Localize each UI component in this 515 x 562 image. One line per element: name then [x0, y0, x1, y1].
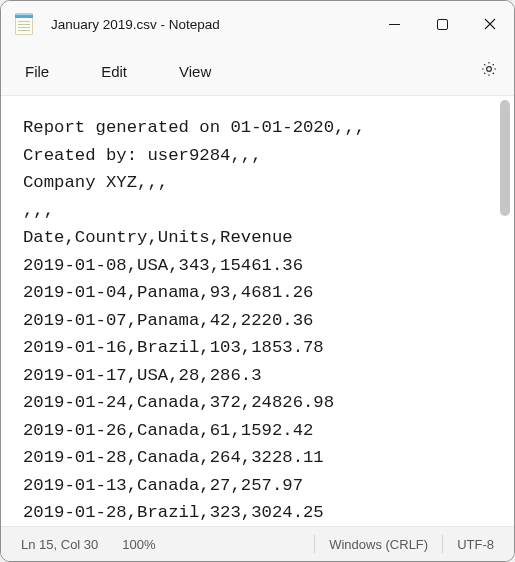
status-cursor-position: Ln 15, Col 30 [21, 537, 110, 552]
statusbar: Ln 15, Col 30 100% Windows (CRLF) UTF-8 [1, 527, 514, 561]
menu-view[interactable]: View [173, 59, 217, 84]
menu-file[interactable]: File [19, 59, 55, 84]
svg-point-4 [487, 67, 492, 72]
status-line-ending[interactable]: Windows (CRLF) [317, 537, 440, 552]
gear-icon [480, 60, 498, 78]
notepad-icon [15, 13, 33, 35]
status-separator [314, 535, 315, 553]
editor-area: Report generated on 01-01-2020,,, Create… [1, 95, 514, 527]
notepad-window: January 2019.csv - Notepad File Edit Vie… [0, 0, 515, 562]
menubar: File Edit View [1, 47, 514, 95]
scrollbar-vertical[interactable] [500, 96, 514, 526]
titlebar[interactable]: January 2019.csv - Notepad [1, 1, 514, 47]
close-button[interactable] [466, 1, 514, 47]
scrollbar-thumb[interactable] [500, 100, 510, 216]
status-encoding[interactable]: UTF-8 [445, 537, 506, 552]
window-title: January 2019.csv - Notepad [51, 17, 370, 32]
window-controls [370, 1, 514, 47]
menu-edit[interactable]: Edit [95, 59, 133, 84]
text-editor[interactable]: Report generated on 01-01-2020,,, Create… [1, 96, 500, 526]
maximize-button[interactable] [418, 1, 466, 47]
status-zoom[interactable]: 100% [110, 537, 167, 552]
settings-button[interactable] [474, 54, 504, 88]
status-separator [442, 535, 443, 553]
minimize-button[interactable] [370, 1, 418, 47]
svg-rect-1 [437, 19, 447, 29]
